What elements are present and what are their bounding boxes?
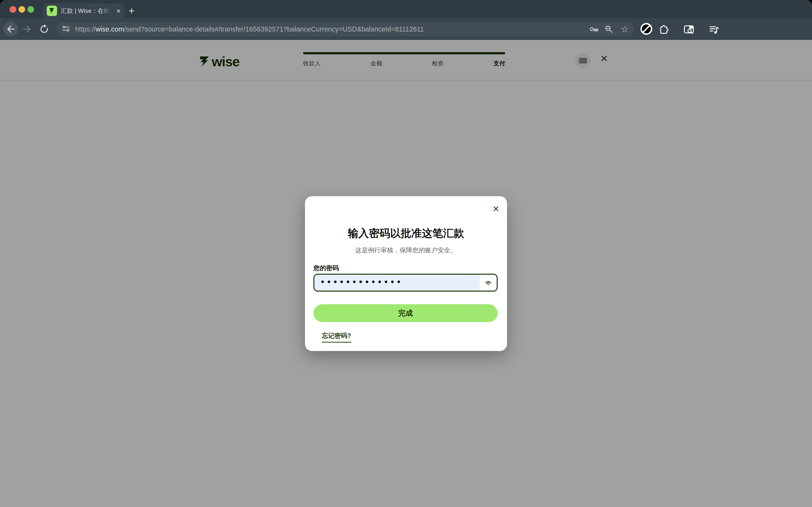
- back-button[interactable]: [3, 21, 18, 37]
- modal-close-icon[interactable]: ×: [493, 203, 499, 214]
- url-text: https://wise.com/send?source=balance-det…: [75, 25, 424, 33]
- reload-button[interactable]: [37, 21, 52, 37]
- eye-icon: [484, 279, 492, 287]
- submit-button[interactable]: 完成: [313, 304, 498, 322]
- address-bar[interactable]: https://wise.com/send?source=balance-det…: [56, 22, 634, 36]
- zoom-out-icon[interactable]: [604, 22, 614, 36]
- bookmark-star-icon[interactable]: ☆: [621, 22, 629, 36]
- password-label: 您的密码: [313, 264, 339, 272]
- macos-close-button[interactable]: [10, 6, 16, 13]
- forward-button[interactable]: [19, 21, 35, 37]
- macos-minimize-button[interactable]: [18, 6, 25, 13]
- tab-strip: 汇款 | Wise：在线汇款 | 国际银 × +: [0, 0, 812, 18]
- modal-subtitle: 这是例行审核，保障您的账户安全。: [305, 246, 507, 255]
- content-blocker-extension-icon[interactable]: [640, 22, 653, 37]
- browser-window: 汇款 | Wise：在线汇款 | 国际银 × + https://wis: [0, 0, 812, 507]
- macos-zoom-button[interactable]: [27, 6, 34, 13]
- masked-password-value: •••••••••••••: [321, 277, 403, 287]
- site-settings-icon[interactable]: [62, 24, 70, 34]
- password-manager-key-icon[interactable]: [589, 22, 599, 36]
- new-tab-button[interactable]: +: [125, 4, 138, 17]
- extensions-puzzle-icon[interactable]: [657, 23, 670, 36]
- tab-close-icon[interactable]: ×: [116, 7, 121, 14]
- browser-tab[interactable]: 汇款 | Wise：在线汇款 | 国际银 ×: [43, 3, 124, 18]
- side-panel-search-icon[interactable]: [683, 23, 695, 37]
- password-input[interactable]: •••••••••••••: [313, 274, 498, 292]
- wise-favicon-icon: [47, 6, 57, 16]
- modal-title: 输入密码以批准这笔汇款: [305, 226, 507, 240]
- tab-title: 汇款 | Wise：在线汇款 | 国际银: [61, 7, 110, 15]
- browser-toolbar: https://wise.com/send?source=balance-det…: [0, 18, 812, 40]
- media-controls-icon[interactable]: [708, 23, 720, 37]
- show-password-toggle[interactable]: [480, 275, 497, 291]
- forgot-password-link[interactable]: 忘记密码?: [322, 332, 351, 343]
- password-modal: × 输入密码以批准这笔汇款 这是例行审核，保障您的账户安全。 您的密码 ••••…: [305, 196, 507, 351]
